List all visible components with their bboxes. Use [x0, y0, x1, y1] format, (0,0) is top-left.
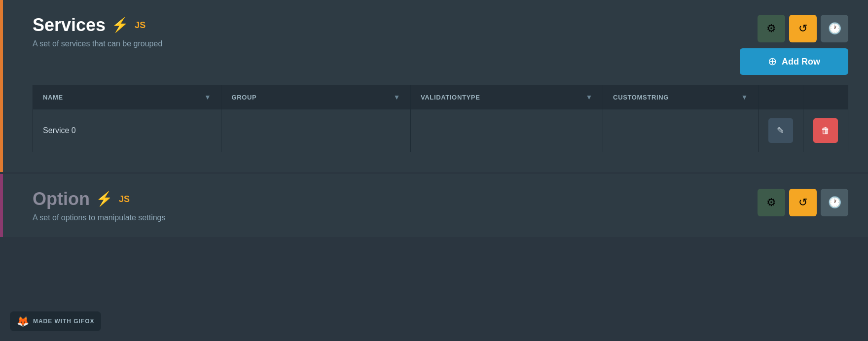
option-settings-button[interactable]: ⚙	[758, 189, 785, 216]
table-body: Service 0 ✎ 🗑	[33, 109, 848, 152]
cell-validationtype	[410, 109, 603, 152]
option-title-row: Option ⚡ JS	[33, 189, 166, 209]
trash-icon: 🗑	[821, 126, 830, 136]
plus-icon: ⊕	[768, 55, 777, 68]
option-restore-icon: ↺	[798, 196, 807, 209]
col-validation-label: VALIDATIONTYPE	[421, 94, 480, 101]
services-section: Services ⚡ JS A set of services that can…	[0, 0, 868, 172]
history-icon: 🕐	[828, 22, 841, 35]
settings-icon: ⚙	[766, 22, 776, 35]
option-settings-icon: ⚙	[766, 196, 776, 209]
col-header-customstring: CUSTOMSTRING ▼	[603, 85, 759, 109]
table-header: NAME ▼ GROUP ▼ VALIDATIONTYPE ▼	[33, 85, 848, 109]
table-row: Service 0 ✎ 🗑	[33, 109, 848, 152]
filter-validation-icon[interactable]: ▼	[586, 93, 593, 101]
services-title: Services	[33, 15, 106, 35]
edit-row-button[interactable]: ✎	[768, 118, 793, 143]
add-row-label: Add Row	[782, 57, 820, 67]
add-row-button[interactable]: ⊕ Add Row	[740, 48, 848, 75]
option-title: Option	[33, 189, 90, 209]
filter-group-icon[interactable]: ▼	[393, 93, 400, 101]
section-title-row: Services ⚡ JS	[33, 15, 162, 35]
col-name-label: NAME	[43, 94, 63, 101]
header-row: NAME ▼ GROUP ▼ VALIDATIONTYPE ▼	[33, 85, 848, 109]
col-header-edit	[758, 85, 803, 109]
js-badge: JS	[135, 20, 145, 31]
cell-group	[221, 109, 410, 152]
page-container: Services ⚡ JS A set of services that can…	[0, 0, 868, 237]
cell-customstring	[603, 109, 759, 152]
settings-button[interactable]: ⚙	[758, 15, 785, 42]
col-customstring-label: CUSTOMSTRING	[613, 94, 669, 101]
option-restore-button[interactable]: ↺	[789, 189, 817, 216]
toolbar-buttons: ⚙ ↺ 🕐	[758, 15, 848, 42]
watermark: 🦊 MADE WITH GIFOX	[10, 311, 101, 331]
restore-icon: ↺	[798, 22, 807, 35]
cell-delete-action: 🗑	[803, 109, 848, 152]
history-button[interactable]: 🕐	[821, 15, 848, 42]
cell-name: Service 0	[33, 109, 221, 152]
col-header-validationtype: VALIDATIONTYPE ▼	[410, 85, 603, 109]
col-header-name: NAME ▼	[33, 85, 221, 109]
restore-button[interactable]: ↺	[789, 15, 817, 42]
pencil-icon: ✎	[777, 125, 784, 136]
fox-icon: 🦊	[17, 315, 29, 327]
option-section: Option ⚡ JS A set of options to manipula…	[0, 174, 868, 237]
cell-edit-action: ✎	[758, 109, 803, 152]
col-group-label: GROUP	[231, 94, 256, 101]
delete-row-button[interactable]: 🗑	[813, 118, 838, 143]
services-description: A set of services that can be grouped	[33, 39, 162, 48]
lightning-icon: ⚡	[111, 18, 129, 32]
col-header-group: GROUP ▼	[221, 85, 410, 109]
option-description: A set of options to manipulate settings	[33, 213, 166, 222]
watermark-text: MADE WITH GIFOX	[33, 318, 94, 325]
option-toolbar-buttons: ⚙ ↺ 🕐	[758, 189, 848, 216]
option-history-icon: 🕐	[828, 196, 841, 209]
filter-name-icon[interactable]: ▼	[204, 93, 212, 101]
option-lightning-icon: ⚡	[96, 192, 113, 206]
section-header-left: Services ⚡ JS A set of services that can…	[33, 15, 162, 48]
section-top: Services ⚡ JS A set of services that can…	[33, 15, 848, 75]
col-header-delete	[803, 85, 848, 109]
filter-customstring-icon[interactable]: ▼	[741, 93, 748, 101]
option-history-button[interactable]: 🕐	[821, 189, 848, 216]
option-js-badge: JS	[119, 194, 130, 205]
services-table: NAME ▼ GROUP ▼ VALIDATIONTYPE ▼	[33, 85, 848, 152]
right-actions: ⚙ ↺ 🕐 ⊕ Add Row	[740, 15, 848, 75]
